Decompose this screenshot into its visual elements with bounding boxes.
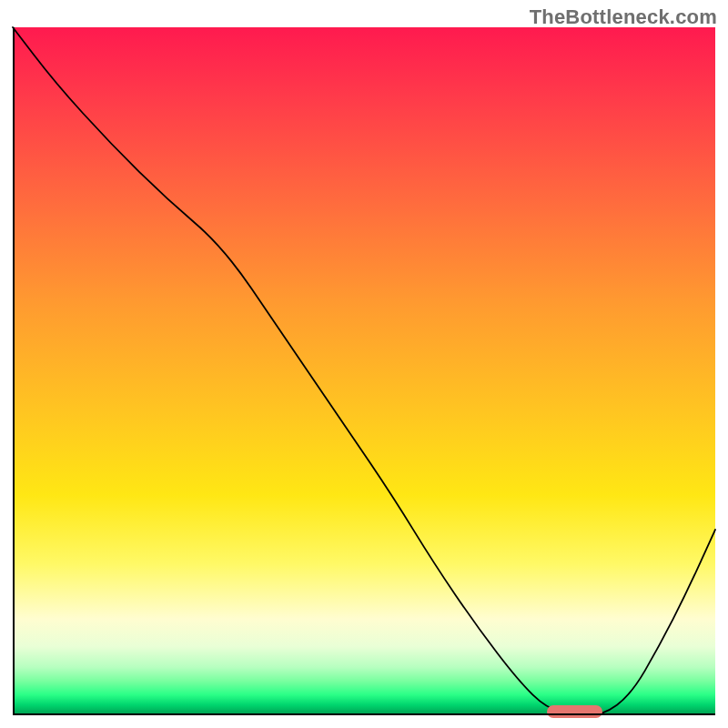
- plot-area: [13, 27, 715, 715]
- bottleneck-curve: [13, 27, 715, 715]
- chart-stage: TheBottleneck.com: [0, 0, 728, 728]
- watermark-text: TheBottleneck.com: [530, 5, 717, 29]
- optimal-range-marker: [547, 705, 603, 718]
